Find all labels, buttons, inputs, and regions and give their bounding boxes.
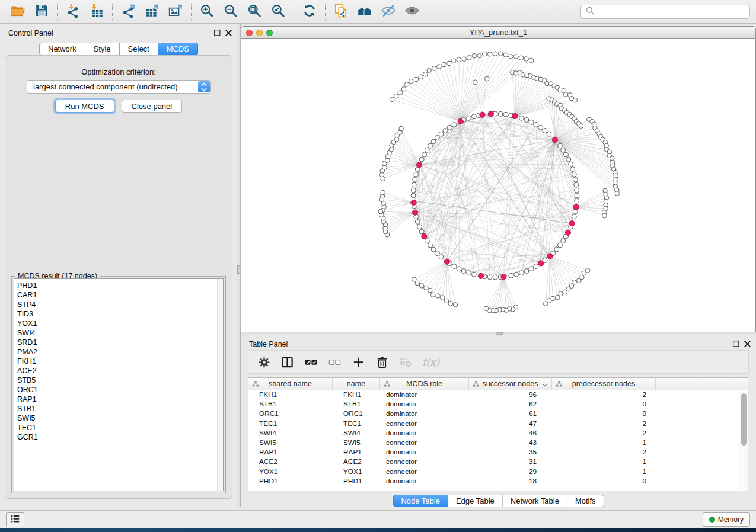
mcds-list-scrollbar[interactable] <box>217 279 223 491</box>
table-cell[interactable]: STB1 <box>333 400 380 409</box>
table-cell[interactable]: 2 <box>552 390 656 400</box>
table-cell[interactable]: 62 <box>469 400 552 409</box>
table-cell[interactable]: 1 <box>552 457 656 467</box>
table-cell[interactable]: YOX1 <box>248 467 333 477</box>
window-zoom-icon[interactable] <box>266 30 273 36</box>
table-cell[interactable]: RAP1 <box>333 448 380 457</box>
tab-mcds[interactable]: MCDS <box>158 43 198 55</box>
memory-button[interactable]: Memory <box>703 512 750 527</box>
open-folder-button[interactable] <box>6 2 30 21</box>
vertical-splitter-handle[interactable] <box>237 265 240 274</box>
table-cell[interactable]: STB1 <box>248 400 333 409</box>
close-panel-button[interactable]: Close panel <box>122 100 183 113</box>
table-cell[interactable]: PHD1 <box>248 477 333 486</box>
mcds-result-item[interactable]: PHD1 <box>17 281 223 290</box>
zoom-in-button[interactable] <box>195 2 219 21</box>
mcds-result-item[interactable]: TEC1 <box>17 423 223 432</box>
tab-motifs[interactable]: Motifs <box>567 495 604 507</box>
table-scrollbar-thumb[interactable] <box>741 393 747 446</box>
table-cell[interactable]: 2 <box>552 419 656 429</box>
table-cell[interactable]: 2 <box>552 448 656 457</box>
save-button[interactable] <box>30 2 53 21</box>
dropdown-stepper-icon[interactable] <box>198 81 210 92</box>
columns-icon[interactable] <box>280 355 294 369</box>
deselect-all-icon[interactable] <box>328 355 342 369</box>
table-cell[interactable]: dominator <box>380 400 469 409</box>
mcds-result-item[interactable]: SWI5 <box>17 414 223 423</box>
table-row[interactable]: FKH1FKH1dominator962 <box>248 390 748 400</box>
table-cell[interactable]: 96 <box>469 390 552 400</box>
table-cell[interactable]: dominator <box>380 448 469 457</box>
show-all-button[interactable] <box>400 2 424 21</box>
mcds-result-item[interactable]: CAR1 <box>17 290 223 300</box>
table-cell[interactable]: SWI4 <box>333 429 380 438</box>
add-icon[interactable] <box>352 355 365 369</box>
table-cell[interactable]: 46 <box>469 429 552 438</box>
column-header-name[interactable]: name <box>333 378 380 390</box>
import-network-button[interactable] <box>61 2 85 21</box>
import-table-button[interactable] <box>85 2 109 21</box>
select-all-icon[interactable] <box>304 355 318 369</box>
tab-network-table[interactable]: Network Table <box>503 495 567 507</box>
table-cell[interactable]: FKH1 <box>333 390 380 400</box>
table-cell[interactable]: ORC1 <box>248 409 333 419</box>
mcds-result-item[interactable]: FKH1 <box>17 357 223 366</box>
mcds-result-item[interactable]: STB1 <box>17 404 223 414</box>
table-cell[interactable]: connector <box>380 457 469 467</box>
first-neighbors-button[interactable] <box>353 2 377 21</box>
table-cell[interactable]: 61 <box>469 409 552 419</box>
table-cell[interactable]: 1 <box>552 467 656 477</box>
tab-network[interactable]: Network <box>39 43 85 55</box>
table-cell[interactable]: YOX1 <box>333 467 380 477</box>
network-graph[interactable] <box>241 39 755 332</box>
table-cell[interactable]: ACE2 <box>248 457 333 467</box>
mcds-result-item[interactable]: TID3 <box>17 309 223 319</box>
close-panel-icon[interactable] <box>744 339 751 350</box>
window-close-icon[interactable] <box>246 30 253 36</box>
zoom-selected-button[interactable] <box>266 2 290 21</box>
gear-icon[interactable] <box>258 356 270 368</box>
column-header-shared-name[interactable]: shared name <box>248 378 333 390</box>
table-cell[interactable]: ORC1 <box>333 409 380 419</box>
mcds-result-item[interactable]: SRD1 <box>17 338 223 347</box>
table-cell[interactable]: 1 <box>552 438 656 448</box>
table-cell[interactable]: 31 <box>469 457 552 467</box>
table-row[interactable]: YOX1YOX1connector291 <box>248 467 748 477</box>
table-cell[interactable]: connector <box>380 438 469 448</box>
task-history-button[interactable] <box>6 512 24 527</box>
column-header-MCDS-role[interactable]: MCDS role <box>380 378 469 390</box>
optimization-dropdown[interactable]: largest connected component (undirected) <box>27 80 211 94</box>
table-row[interactable]: TEC1TEC1connector472 <box>248 419 748 429</box>
mcds-result-item[interactable]: STB5 <box>17 376 223 385</box>
mcds-result-item[interactable]: PMA2 <box>17 347 223 357</box>
mcds-result-item[interactable]: ACE2 <box>17 366 223 376</box>
tab-edge-table[interactable]: Edge Table <box>448 495 503 507</box>
table-row[interactable]: SWI5SWI5connector431 <box>248 438 748 448</box>
table-cell[interactable]: 47 <box>469 419 552 429</box>
mcds-result-item[interactable]: YOX1 <box>17 319 223 328</box>
mcds-result-item[interactable]: RAP1 <box>17 395 223 404</box>
table-cell[interactable]: PHD1 <box>333 477 380 486</box>
table-row[interactable]: STB1STB1dominator620 <box>248 400 748 409</box>
mcds-result-item[interactable]: SWI4 <box>17 328 223 338</box>
run-mcds-button[interactable]: Run MCDS <box>55 100 114 113</box>
table-cell[interactable]: SWI4 <box>248 429 333 438</box>
new-network-from-selection-button[interactable] <box>329 2 353 21</box>
table-row[interactable]: ACE2ACE2connector311 <box>248 457 748 467</box>
table-cell[interactable]: SWI5 <box>248 438 333 448</box>
tab-node-table[interactable]: Node Table <box>393 495 448 507</box>
table-cell[interactable]: dominator <box>380 390 469 400</box>
table-cell[interactable]: 29 <box>469 467 552 477</box>
zoom-out-button[interactable] <box>219 2 243 21</box>
table-row[interactable]: RAP1RAP1dominator352 <box>248 448 748 457</box>
zoom-fit-button[interactable] <box>243 2 266 21</box>
table-cell[interactable]: TEC1 <box>333 419 380 429</box>
table-cell[interactable]: FKH1 <box>248 390 333 400</box>
table-cell[interactable]: dominator <box>380 477 469 486</box>
network-canvas[interactable] <box>241 39 756 332</box>
export-image-button[interactable] <box>164 2 187 21</box>
table-row[interactable]: SWI4SWI4dominator462 <box>248 429 748 438</box>
table-cell[interactable]: 0 <box>552 400 656 409</box>
table-cell[interactable]: dominator <box>380 429 469 438</box>
table-cell[interactable]: dominator <box>380 409 469 419</box>
